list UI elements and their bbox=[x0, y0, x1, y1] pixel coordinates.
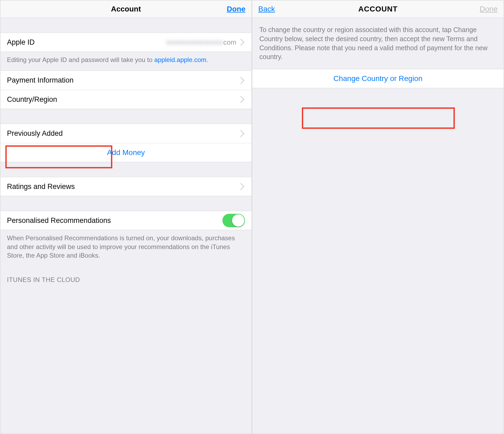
add-money-row[interactable]: Add Money bbox=[1, 143, 251, 162]
chevron-right-icon bbox=[240, 39, 245, 46]
country-region-row[interactable]: Country/Region bbox=[1, 90, 251, 109]
personalised-recommendations-label: Personalised Recommendations bbox=[7, 216, 111, 225]
ratings-reviews-label: Ratings and Reviews bbox=[7, 183, 75, 191]
apple-id-value: ■■■■■■■■■■■■com bbox=[35, 38, 238, 46]
chevron-right-icon bbox=[240, 183, 245, 190]
done-button-disabled: Done bbox=[480, 5, 498, 13]
section-gap bbox=[1, 18, 251, 33]
navbar-right: Back ACCOUNT Done bbox=[252, 1, 503, 18]
apple-id-blurred: ■■■■■■■■■■■■ bbox=[166, 38, 223, 46]
apple-id-row[interactable]: Apple ID ■■■■■■■■■■■■com bbox=[1, 33, 251, 52]
personalised-recommendations-footer: When Personalised Recommendations is tur… bbox=[1, 230, 251, 266]
chevron-right-icon bbox=[240, 77, 245, 84]
back-button[interactable]: Back bbox=[258, 5, 275, 13]
section-gap bbox=[1, 109, 251, 124]
change-country-row[interactable]: Change Country or Region bbox=[252, 69, 503, 88]
ratings-reviews-row[interactable]: Ratings and Reviews bbox=[1, 177, 251, 196]
navbar-left: Account Done bbox=[1, 1, 251, 18]
highlight-change-country bbox=[302, 107, 455, 129]
appleid-link[interactable]: appleid.apple.com bbox=[154, 56, 206, 63]
done-button[interactable]: Done bbox=[227, 5, 245, 13]
account-settings-pane: Account Done Apple ID ■■■■■■■■■■■■com Ed… bbox=[0, 0, 252, 434]
toggle-knob bbox=[232, 214, 244, 227]
chevron-right-icon bbox=[240, 130, 245, 137]
change-country-help-text: To change the country or region associat… bbox=[252, 18, 503, 69]
personalised-recommendations-row: Personalised Recommendations bbox=[1, 211, 251, 230]
payment-information-row[interactable]: Payment Information bbox=[1, 71, 251, 90]
previously-added-row[interactable]: Previously Added bbox=[1, 124, 251, 143]
change-country-label: Change Country or Region bbox=[333, 74, 422, 83]
nav-title: ACCOUNT bbox=[252, 5, 503, 13]
section-gap bbox=[1, 162, 251, 177]
country-region-label: Country/Region bbox=[7, 95, 57, 104]
account-country-pane: Back ACCOUNT Done To change the country … bbox=[252, 0, 504, 434]
apple-id-label: Apple ID bbox=[7, 38, 35, 46]
add-money-label: Add Money bbox=[107, 148, 145, 157]
payment-information-label: Payment Information bbox=[7, 76, 74, 84]
apple-id-footer: Editing your Apple ID and password will … bbox=[1, 52, 251, 71]
itunes-cloud-header: iTunes in the Cloud bbox=[1, 266, 251, 287]
section-gap bbox=[1, 196, 251, 211]
chevron-right-icon bbox=[240, 96, 245, 103]
personalised-recommendations-toggle[interactable] bbox=[222, 214, 245, 227]
previously-added-label: Previously Added bbox=[7, 129, 63, 138]
nav-title: Account bbox=[1, 5, 251, 13]
